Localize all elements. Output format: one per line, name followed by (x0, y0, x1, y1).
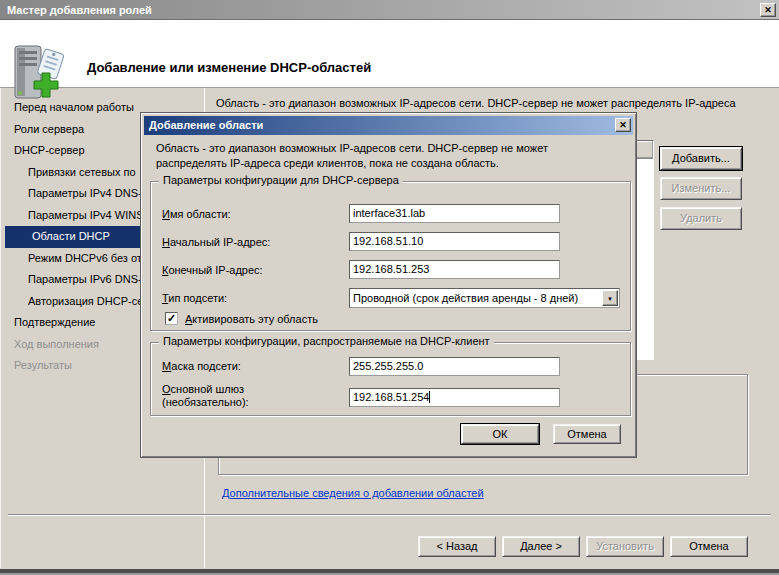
scope-name-input[interactable]: interface31.lab (349, 204, 560, 223)
dialog-intro-text: Область - это диапазон возможных IP-адре… (156, 141, 621, 171)
footer-separator (8, 514, 771, 516)
subnet-type-value: Проводной (срок действия аренды - 8 дней… (353, 292, 578, 304)
gateway-label: Основной шлюз (необязательно): (162, 383, 322, 409)
subnet-type-select[interactable]: Проводной (срок действия аренды - 8 дней… (349, 288, 620, 308)
more-info-link[interactable]: Дополнительные сведения о добавлении обл… (222, 487, 484, 499)
edit-button: Изменить... (660, 177, 742, 200)
page-intro-text: Область - это диапазон возможных IP-адре… (216, 97, 771, 109)
group1-title: Параметры конфигурации для DHCP-сервера (159, 174, 403, 186)
gateway-value: 192.168.51.254 (353, 391, 429, 403)
cancel-button[interactable]: Отмена (670, 536, 748, 557)
dialog-close-icon[interactable]: ✕ (615, 118, 631, 132)
scope-name-value: interface31.lab (353, 207, 425, 219)
wizard-header: Добавление или изменение DHCP-областей (0, 20, 779, 88)
dhcp-server-config-group: Параметры конфигурации для DHCP-сервера … (150, 181, 631, 331)
subnet-mask-value: 255.255.255.0 (353, 360, 423, 372)
dhcp-client-config-group: Параметры конфигурации, распространяемые… (150, 342, 631, 416)
add-scope-dialog: Добавление области ✕ Область - это диапа… (140, 112, 637, 458)
subnet-mask-label: Маска подсети: (162, 360, 241, 372)
window-titlebar[interactable]: Мастер добавления ролей ✕ (0, 0, 779, 20)
page-title: Добавление или изменение DHCP-областей (87, 60, 371, 75)
ok-button[interactable]: ОК (461, 424, 539, 444)
group2-title: Параметры конфигурации, распространяемые… (159, 335, 494, 347)
start-ip-input[interactable]: 192.168.51.10 (349, 232, 560, 251)
next-button[interactable]: Далее > (502, 536, 580, 557)
dialog-titlebar[interactable]: Добавление области ✕ (144, 116, 633, 135)
add-button[interactable]: Добавить... (660, 147, 742, 170)
subnet-mask-input[interactable]: 255.255.255.0 (349, 357, 560, 376)
text-cursor (429, 391, 430, 403)
start-ip-label: Начальный IP-адрес: (162, 236, 270, 248)
end-ip-input[interactable]: 192.168.51.253 (349, 260, 560, 279)
gateway-input[interactable]: 192.168.51.254 (349, 388, 560, 407)
window-close-icon[interactable]: ✕ (760, 3, 776, 17)
dialog-title: Добавление области (149, 119, 263, 131)
activate-scope-label[interactable]: Активировать эту область (185, 313, 318, 325)
end-ip-value: 192.168.51.253 (353, 263, 429, 275)
dialog-cancel-button[interactable]: Отмена (553, 424, 621, 444)
chevron-down-icon[interactable]: ▼ (602, 290, 618, 306)
window-title: Мастер добавления ролей (7, 4, 152, 16)
back-button[interactable]: < Назад (418, 536, 496, 557)
start-ip-value: 192.168.51.10 (353, 235, 423, 247)
end-ip-label: Конечный IP-адрес: (162, 264, 263, 276)
add-roles-wizard-window: { "window": { "title": "Мастер добавлени… (0, 0, 779, 575)
scope-name-label: Имя области: (162, 208, 231, 220)
subnet-type-label: Тип подсети: (162, 292, 227, 304)
delete-button: Удалить (660, 207, 742, 230)
activate-scope-checkbox[interactable]: ✓ (165, 312, 178, 325)
install-button: Установить (586, 536, 664, 557)
